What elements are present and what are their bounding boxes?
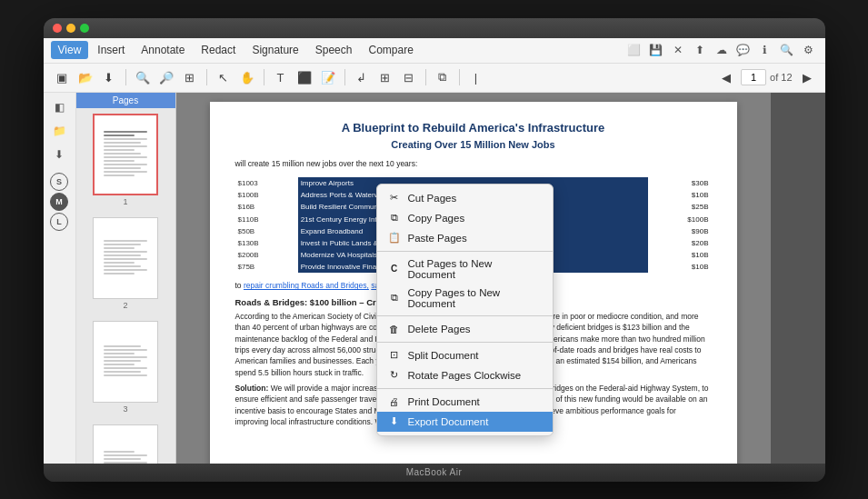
page-of-label: of 12	[770, 72, 792, 83]
thumbnail-2[interactable]: 2	[76, 212, 175, 315]
pages-btn[interactable]: ⊞	[374, 66, 396, 88]
thumb-num-1: 1	[123, 197, 127, 206]
menu-annotate[interactable]: Annotate	[134, 41, 192, 59]
thumbnail-panel: Pages	[76, 93, 176, 464]
table-cell: $30B	[648, 177, 711, 189]
menu-right-icons: ⬜ 💾 ✕ ⬆ ☁ 💬 ℹ 🔍 ⚙	[625, 41, 818, 59]
delete-icon: 🗑	[388, 323, 401, 335]
chat-icon[interactable]: 💬	[734, 41, 753, 59]
maximize-button[interactable]	[80, 24, 89, 33]
thumb-image-2	[93, 217, 158, 299]
cloud-icon[interactable]: ☁	[713, 41, 731, 59]
menu-redact[interactable]: Redact	[194, 41, 243, 59]
sidebar-toggle[interactable]: ▣	[51, 66, 73, 88]
ctx-separator-4	[377, 388, 553, 389]
table-cell: $20B	[648, 237, 711, 249]
search-icon[interactable]: 🔍	[778, 41, 796, 59]
window-controls	[53, 24, 89, 33]
roads-bridges-link[interactable]: repair crumbling Roads and Bridges,	[244, 281, 369, 290]
pdf-subtitle: Creating Over 15 Million New Jobs	[235, 138, 712, 152]
ctx-cut-pages-new[interactable]: C Cut Pages to New Document	[377, 254, 553, 284]
table-cell: $10B	[648, 249, 711, 261]
redact-btn[interactable]: ⬛	[294, 66, 315, 88]
side-toggle-btn[interactable]: ◧	[46, 96, 72, 118]
export-icon: ⬇	[388, 415, 401, 428]
menu-bar: View Insert Annotate Redact Signature Sp…	[44, 38, 825, 64]
thumbnail-4[interactable]: 4	[76, 419, 175, 464]
form-btn[interactable]: 📝	[317, 66, 339, 88]
thumbnail-1[interactable]: 1	[76, 108, 175, 212]
toolbar-right: ◀ 1 of 12 ▶	[715, 66, 817, 88]
ctx-copy-pages-new-label: Copy Pages to New Document	[408, 287, 542, 309]
minimize-button[interactable]	[66, 24, 75, 33]
open-icon[interactable]: ⬜	[625, 41, 644, 59]
save-icon[interactable]: 💾	[647, 41, 665, 59]
separator-2	[206, 69, 207, 85]
ctx-copy-pages-new[interactable]: ⧉ Copy Pages to New Document	[377, 284, 553, 313]
brand-icons: S	[50, 173, 68, 191]
settings-icon[interactable]: ⚙	[800, 41, 818, 59]
table-cell: $25B	[648, 201, 711, 213]
ctx-export-doc[interactable]: ⬇ Export Document	[377, 412, 553, 432]
table-cell: $10B	[648, 261, 711, 273]
pages-tab[interactable]: Pages	[76, 93, 175, 108]
mac-model-label: MacBook Air	[406, 467, 463, 477]
table-cell: $130B	[235, 237, 298, 249]
info-icon[interactable]: ℹ	[756, 41, 774, 59]
ctx-separator-3	[377, 342, 553, 343]
prev-page-btn[interactable]: ◀	[715, 66, 737, 88]
print-icon: 🖨	[388, 395, 401, 408]
hand-btn[interactable]: ✋	[236, 66, 258, 88]
side-export-btn[interactable]: ⬇	[46, 144, 72, 165]
side-open-btn[interactable]: 📁	[46, 120, 72, 142]
ctx-separator-2	[377, 315, 553, 316]
toolbar: ▣ 📂 ⬇ 🔍 🔎 ⊞ ↖ ✋ T ⬛ 📝 ↲ ⊞ ⊟ ⧉ | ◀ 1	[44, 64, 825, 93]
page-number-input[interactable]: 1	[741, 69, 766, 85]
zoom-out-btn[interactable]: 🔍	[132, 66, 154, 88]
menu-signature[interactable]: Signature	[244, 41, 305, 59]
ctx-split-doc-label: Split Document	[408, 350, 479, 361]
thumb-num-3: 3	[123, 404, 127, 414]
rotate-icon: ↻	[388, 369, 401, 382]
right-panel	[771, 93, 825, 464]
line-btn[interactable]: |	[465, 66, 487, 88]
ctx-cut-pages-label: Cut Pages	[408, 193, 457, 204]
columns-btn[interactable]: ⊟	[398, 66, 420, 88]
open-btn[interactable]: 📂	[75, 66, 96, 88]
zoom-in-btn[interactable]: 🔎	[155, 66, 177, 88]
ctx-paste-pages-label: Paste Pages	[408, 233, 467, 244]
paste-icon: 📋	[388, 232, 401, 245]
zoom-fit-btn[interactable]: ⊞	[179, 66, 201, 88]
download-btn[interactable]: ⬇	[98, 66, 120, 88]
ctx-cut-pages[interactable]: ✂ Cut Pages	[377, 188, 553, 208]
side-toolbar: ◧ 📁 ⬇ S M L	[44, 93, 76, 464]
ctx-rotate-pages-label: Rotate Pages Clockwise	[408, 370, 522, 381]
ctx-print-doc[interactable]: 🖨 Print Document	[377, 392, 553, 412]
ctx-export-doc-label: Export Document	[408, 416, 489, 427]
thumbnail-3[interactable]: 3	[76, 315, 175, 419]
menu-speech[interactable]: Speech	[308, 41, 360, 59]
ctx-cut-pages-new-label: Cut Pages to New Document	[408, 258, 542, 280]
copy-icon: ⧉	[388, 212, 401, 225]
ctx-paste-pages[interactable]: 📋 Paste Pages	[377, 228, 553, 248]
ctx-delete-pages[interactable]: 🗑 Delete Pages	[377, 319, 553, 339]
close-button[interactable]	[53, 24, 62, 33]
ctx-rotate-pages[interactable]: ↻ Rotate Pages Clockwise	[377, 365, 553, 385]
close-icon[interactable]: ✕	[669, 41, 687, 59]
text-select-btn[interactable]: T	[270, 66, 292, 88]
ctx-copy-pages[interactable]: ⧉ Copy Pages	[377, 208, 553, 228]
ctx-copy-pages-label: Copy Pages	[408, 213, 465, 224]
ctx-separator-1	[377, 251, 553, 252]
menu-insert[interactable]: Insert	[90, 41, 132, 59]
menu-view[interactable]: View	[51, 41, 89, 59]
share-icon[interactable]: ⬆	[691, 41, 709, 59]
table-cell: $50B	[235, 225, 298, 237]
next-page-btn[interactable]: ▶	[796, 66, 818, 88]
separator-4	[344, 69, 345, 85]
separator-3	[264, 69, 264, 85]
ctx-split-doc[interactable]: ⊡ Split Document	[377, 345, 553, 365]
arrow-left-btn[interactable]: ↲	[351, 66, 373, 88]
cursor-btn[interactable]: ↖	[213, 66, 234, 88]
copy-btn[interactable]: ⧉	[432, 66, 454, 88]
menu-compare[interactable]: Compare	[361, 41, 420, 59]
